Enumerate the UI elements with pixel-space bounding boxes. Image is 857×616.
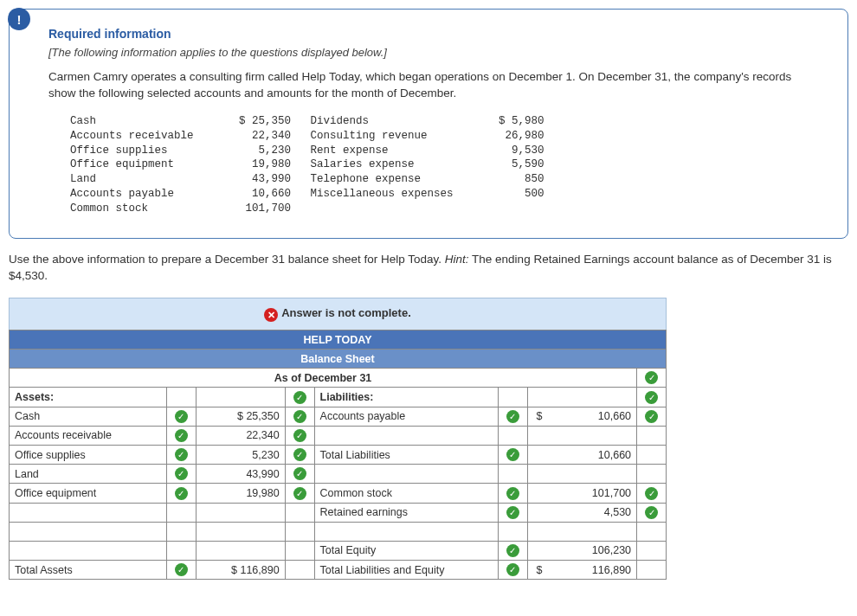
retained-earnings: Retained earnings: [314, 503, 498, 522]
info-applies: [The following information applies to th…: [48, 46, 822, 59]
info-card: ! Required information [The following in…: [9, 9, 848, 239]
check-icon: ✓: [506, 506, 519, 519]
check-icon: ✓: [293, 410, 306, 423]
hint-label: Hint:: [445, 253, 469, 266]
asset-val-2: 5,230: [196, 446, 285, 465]
accounts-payable: Accounts payable: [314, 407, 498, 426]
scenario-text: Carmen Camry operates a consulting firm …: [48, 69, 822, 102]
check-icon: ✓: [175, 467, 188, 480]
check-icon: ✓: [293, 391, 306, 404]
check-icon: ✓: [293, 429, 306, 442]
assets-heading: Assets:: [10, 388, 167, 407]
total-assets-val: $ 116,890: [196, 561, 285, 580]
check-icon: ✓: [175, 429, 188, 442]
check-icon: ✓: [645, 506, 658, 519]
check-icon: ✓: [175, 410, 188, 423]
check-icon: ✓: [175, 487, 188, 500]
assets-h-check: ✓: [285, 388, 314, 407]
check-icon: ✓: [293, 487, 306, 500]
check-icon: ✓: [506, 487, 519, 500]
asset-3: Land: [10, 465, 167, 484]
asset-val-0: $ 25,350: [196, 407, 285, 426]
check-icon: ✓: [506, 563, 519, 576]
check-icon: ✓: [293, 467, 306, 480]
liab-h-check: ✓: [637, 388, 667, 407]
answer-status-banner: ✕Answer is not complete.: [9, 298, 667, 331]
instruction-main: Use the above information to prepare a D…: [9, 253, 445, 266]
asset-2: Office supplies: [10, 446, 167, 465]
liab-heading: Liabilities:: [314, 388, 498, 407]
asset-val-1: 22,340: [196, 426, 285, 445]
common-stock: Common stock: [314, 484, 498, 503]
total-equity: Total Equity: [314, 541, 498, 560]
required-title: Required information: [48, 27, 822, 41]
asset-0: Cash: [10, 407, 167, 426]
check-icon: ✓: [506, 448, 519, 461]
check-icon: ✓: [175, 563, 188, 576]
asset-4: Office equipment: [10, 484, 167, 503]
check-icon: ✓: [645, 410, 658, 423]
check-icon: ✓: [293, 448, 306, 461]
date-check: ✓: [637, 369, 667, 388]
total-assets: Total Assets: [10, 561, 167, 580]
check-icon: ✓: [645, 487, 658, 500]
asset-val-4: 19,980: [196, 484, 285, 503]
check-icon: ✓: [645, 371, 658, 384]
company-header: HELP TODAY: [10, 330, 667, 350]
x-icon: ✕: [264, 308, 278, 322]
instruction-text: Use the above information to prepare a D…: [9, 252, 848, 285]
banner-text: Answer is not complete.: [281, 306, 411, 319]
alert-icon: !: [8, 8, 30, 30]
date-header: As of December 31: [10, 369, 637, 388]
sheet-title: Balance Sheet: [10, 350, 667, 369]
balance-sheet-table: HELP TODAY Balance Sheet As of December …: [9, 330, 667, 580]
asset-1: Accounts receivable: [10, 426, 167, 445]
check-icon: ✓: [506, 410, 519, 423]
check-icon: ✓: [175, 448, 188, 461]
total-liabilities: Total Liabilities: [314, 446, 498, 465]
total-liab-equity: Total Liabilities and Equity: [314, 561, 498, 580]
check-icon: ✓: [506, 544, 519, 557]
accounts-listing: Cash $ 25,350 Dividends $ 5,980 Accounts…: [48, 114, 822, 216]
asset-val-3: 43,990: [196, 465, 285, 484]
check-icon: ✓: [645, 391, 658, 404]
